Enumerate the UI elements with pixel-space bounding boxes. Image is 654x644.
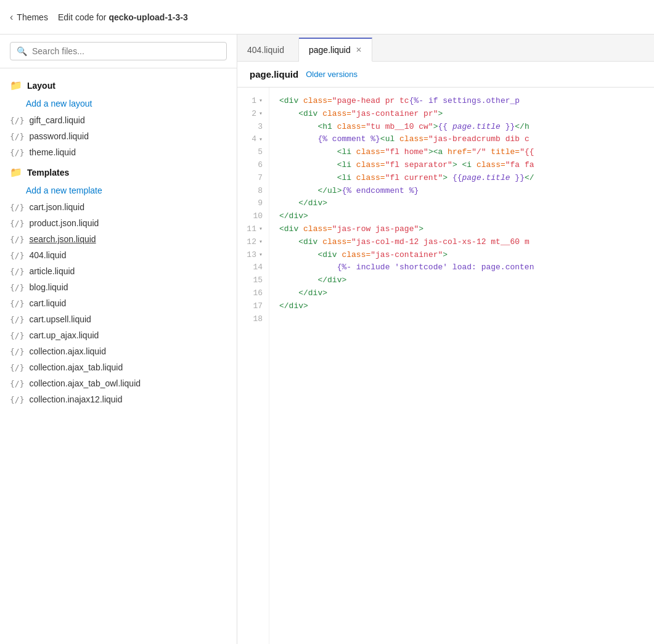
main-container: 🔍 📁 Layout Add a new layout {/} gift_car…	[0, 35, 654, 644]
line-num-9: 9	[237, 197, 269, 210]
list-item[interactable]: {/} cart.upsell.liquid	[0, 311, 237, 327]
file-name: article.liquid	[29, 266, 75, 276]
line-num-8: 8	[237, 185, 269, 198]
close-icon[interactable]: ✕	[356, 46, 362, 54]
line-num-12: 12▾	[237, 236, 269, 249]
older-versions-link[interactable]: Older versions	[306, 70, 358, 79]
line-num-14: 14	[237, 261, 269, 274]
liquid-file-icon: {/}	[10, 235, 24, 244]
file-header-name: page.liquid	[250, 69, 298, 79]
sidebar: 🔍 📁 Layout Add a new layout {/} gift_car…	[0, 35, 237, 644]
list-item[interactable]: {/} collection.ajax.liquid	[0, 343, 237, 359]
file-name: cart.json.liquid	[29, 202, 84, 212]
add-layout-link[interactable]: Add a new layout	[0, 95, 237, 112]
code-line-7: <li class="fl current"> {{page.title }}<…	[279, 172, 644, 185]
code-line-18	[279, 313, 644, 326]
liquid-file-icon: {/}	[10, 219, 24, 228]
line-num-3: 3	[237, 121, 269, 134]
line-num-13: 13▾	[237, 249, 269, 262]
liquid-file-icon: {/}	[10, 363, 24, 372]
file-name: blog.liquid	[29, 282, 68, 292]
liquid-file-icon: {/}	[10, 116, 24, 125]
tab-page-liquid[interactable]: page.liquid ✕	[299, 38, 372, 62]
code-line-8: </ul>{% endcomment %}	[279, 185, 644, 198]
code-line-12: <div class="jas-col-md-12 jas-col-xs-12 …	[279, 236, 644, 249]
liquid-file-icon: {/}	[10, 395, 24, 404]
list-item[interactable]: {/} product.json.liquid	[0, 215, 237, 231]
list-item[interactable]: {/} theme.liquid	[0, 144, 237, 160]
liquid-file-icon: {/}	[10, 315, 24, 324]
file-name: cart.liquid	[29, 298, 66, 308]
liquid-file-icon: {/}	[10, 331, 24, 340]
line-num-11: 11▾	[237, 223, 269, 236]
list-item[interactable]: {/} blog.liquid	[0, 279, 237, 295]
line-num-1: 1▾	[237, 95, 269, 108]
list-item[interactable]: {/} article.liquid	[0, 263, 237, 279]
liquid-file-icon: {/}	[10, 347, 24, 356]
liquid-file-icon: {/}	[10, 267, 24, 276]
sidebar-search-area: 🔍	[0, 35, 237, 68]
header: ‹ Themes Edit code for qecko-upload-1-3-…	[0, 0, 654, 35]
back-button[interactable]: ‹ Themes	[10, 12, 48, 23]
liquid-file-icon: {/}	[10, 283, 24, 292]
tab-label: page.liquid	[309, 45, 351, 55]
line-numbers: 1▾ 2▾ 3 4▾ 5 6 7 8 9 10 11▾ 12▾ 13▾ 14 1…	[237, 88, 269, 644]
list-item[interactable]: {/} cart.liquid	[0, 295, 237, 311]
code-line-1: <div class="page-head pr tc{%- if settin…	[279, 95, 644, 108]
tab-404-liquid[interactable]: 404.liquid	[237, 38, 299, 61]
search-icon: 🔍	[17, 46, 27, 56]
tabs-bar: 404.liquid page.liquid ✕	[237, 35, 654, 62]
file-name: password.liquid	[29, 131, 89, 141]
templates-section-label: Templates	[27, 168, 69, 177]
line-num-2: 2▾	[237, 108, 269, 121]
search-box[interactable]: 🔍	[10, 42, 227, 60]
line-num-6: 6	[237, 159, 269, 172]
file-header: page.liquid Older versions	[237, 62, 654, 88]
list-item[interactable]: {/} collection.ajax_tab.liquid	[0, 359, 237, 375]
templates-section-header: 📁 Templates	[0, 160, 237, 182]
file-name: collection.ajax_tab_owl.liquid	[29, 378, 141, 388]
code-editor[interactable]: 1▾ 2▾ 3 4▾ 5 6 7 8 9 10 11▾ 12▾ 13▾ 14 1…	[237, 88, 654, 644]
list-item[interactable]: {/} search.json.liquid	[0, 231, 237, 247]
list-item[interactable]: {/} cart.json.liquid	[0, 199, 237, 215]
code-line-14: {%- include 'shortcode' load: page.conte…	[279, 261, 644, 274]
file-name: cart.up_ajax.liquid	[29, 330, 99, 340]
code-content[interactable]: <div class="page-head pr tc{%- if settin…	[269, 88, 654, 644]
theme-name: qecko-upload-1-3-3	[108, 12, 187, 22]
editor-area: 404.liquid page.liquid ✕ page.liquid Old…	[237, 35, 654, 644]
list-item[interactable]: {/} 404.liquid	[0, 247, 237, 263]
code-line-10: </div>	[279, 210, 644, 223]
sidebar-content: 📁 Layout Add a new layout {/} gift_card.…	[0, 68, 237, 644]
chevron-left-icon: ‹	[10, 12, 13, 23]
code-line-2: <div class="jas-container pr">	[279, 108, 644, 121]
tab-label: 404.liquid	[247, 45, 284, 55]
list-item[interactable]: {/} password.liquid	[0, 128, 237, 144]
sidebar-wrapper: 📁 Layout Add a new layout {/} gift_card.…	[0, 68, 237, 644]
line-num-16: 16	[237, 287, 269, 300]
folder-download-icon: 📁	[10, 79, 22, 91]
code-line-9: </div>	[279, 197, 644, 210]
code-line-4: {% comment %}<ul class="jas-breadcrumb d…	[279, 133, 644, 146]
code-line-6: <li class="fl separator"> <i class="fa f…	[279, 159, 644, 172]
layout-section-header: 📁 Layout	[0, 73, 237, 95]
line-num-10: 10	[237, 210, 269, 223]
code-line-13: <div class="jas-container">	[279, 249, 644, 262]
liquid-file-icon: {/}	[10, 203, 24, 212]
file-name: product.json.liquid	[29, 218, 99, 228]
liquid-file-icon: {/}	[10, 299, 24, 308]
file-name: search.json.liquid	[29, 234, 96, 244]
list-item[interactable]: {/} cart.up_ajax.liquid	[0, 327, 237, 343]
file-name: gift_card.liquid	[29, 115, 84, 125]
line-num-5: 5	[237, 146, 269, 159]
folder-download-icon: 📁	[10, 166, 22, 178]
liquid-file-icon: {/}	[10, 379, 24, 388]
file-name: theme.liquid	[29, 147, 76, 157]
list-item[interactable]: {/} collection.ajax_tab_owl.liquid	[0, 375, 237, 391]
list-item[interactable]: {/} gift_card.liquid	[0, 112, 237, 128]
line-num-18: 18	[237, 313, 269, 326]
add-template-link[interactable]: Add a new template	[0, 182, 237, 199]
line-num-17: 17	[237, 300, 269, 313]
layout-section-label: Layout	[27, 81, 55, 91]
search-input[interactable]	[32, 46, 220, 56]
list-item[interactable]: {/} collection.inajax12.liquid	[0, 391, 237, 407]
